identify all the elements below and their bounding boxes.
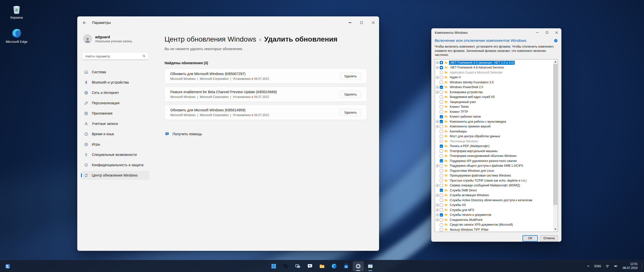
feature-item[interactable]: .NET Framework 3.5 (включает .NET 2.0 и …: [435, 60, 553, 65]
feature-item[interactable]: Песочница Windows: [435, 139, 553, 144]
expander-icon[interactable]: [436, 91, 439, 93]
expander-icon[interactable]: [436, 194, 439, 197]
expander-icon[interactable]: [436, 61, 439, 64]
sidebar-item-windows-update[interactable]: Центр обновления Windows: [81, 171, 149, 180]
taskbar-button-chat[interactable]: [304, 261, 315, 271]
expander-icon[interactable]: [436, 125, 439, 128]
sidebar-item-personalization[interactable]: Персонализация: [81, 98, 149, 108]
sidebar-item-privacy[interactable]: Конфиденциальность и защита: [81, 160, 149, 169]
get-help-link[interactable]: Получить помощь: [165, 131, 202, 137]
sidebar-item-bluetooth[interactable]: Bluetooth и устройства: [81, 78, 149, 87]
feature-checkbox[interactable]: [440, 164, 443, 167]
expander-icon[interactable]: [436, 66, 439, 69]
taskbar-button-start[interactable]: [268, 261, 279, 271]
taskbar-button-store[interactable]: [341, 261, 352, 271]
feature-item[interactable]: Защищенный узел: [435, 99, 553, 105]
feature-checkbox[interactable]: [440, 135, 443, 138]
feature-item[interactable]: Простые службы TCPIP (такие как echo, da…: [435, 178, 553, 183]
feature-checkbox[interactable]: [440, 159, 443, 162]
feature-checkbox[interactable]: [440, 208, 443, 212]
feature-item[interactable]: Службы Active Directory облегченного дос…: [435, 198, 553, 203]
language-indicator[interactable]: ENG: [593, 261, 603, 271]
feature-checkbox[interactable]: [440, 110, 443, 113]
feature-item[interactable]: Печать в PDF (Майкрософт): [435, 144, 553, 149]
sidebar-item-accounts[interactable]: Учетные записи: [81, 119, 149, 128]
expander-icon[interactable]: [436, 214, 439, 216]
feature-checkbox[interactable]: [440, 223, 443, 226]
sidebar-item-time-language[interactable]: Время и язык: [81, 129, 149, 139]
network-button[interactable]: [603, 261, 611, 271]
sidebar-item-network[interactable]: Сеть и Интернет: [81, 88, 149, 97]
feature-item[interactable]: Фильтр Windows TIFF IFilter: [435, 227, 553, 231]
feature-item[interactable]: Внедряемое веб-ядро служб IIS: [435, 94, 553, 99]
feature-checkbox[interactable]: [440, 198, 443, 202]
help-icon[interactable]: [554, 39, 558, 43]
feature-checkbox[interactable]: [440, 228, 443, 231]
cancel-button[interactable]: Отмена: [540, 235, 558, 242]
expander-icon[interactable]: [436, 209, 439, 211]
feature-item[interactable]: Соединитель MultiPoint: [435, 217, 553, 222]
feature-checkbox[interactable]: [440, 154, 443, 158]
feature-checkbox[interactable]: [440, 90, 443, 94]
feature-checkbox[interactable]: [440, 61, 443, 64]
feature-item[interactable]: Служба активации Windows: [435, 193, 553, 198]
feature-item[interactable]: Клиент TFTP: [435, 109, 553, 114]
feature-item[interactable]: Служба SMB Direct: [435, 188, 553, 193]
feature-item[interactable]: Компоненты для работы с мультимедиа: [435, 119, 553, 124]
scroll-down-button[interactable]: [553, 227, 557, 231]
feature-checkbox[interactable]: [440, 213, 443, 217]
expander-icon[interactable]: [436, 120, 439, 123]
feature-item[interactable]: Windows PowerShell 2.0: [435, 85, 553, 90]
feature-item[interactable]: Подсистема Windows для Linux: [435, 168, 553, 173]
feature-checkbox[interactable]: [440, 184, 443, 187]
feature-checkbox[interactable]: [440, 149, 443, 153]
search-input[interactable]: [82, 52, 148, 60]
scroll-thumb[interactable]: [553, 64, 557, 205]
uninstall-button[interactable]: Удалить: [340, 91, 361, 98]
feature-item[interactable]: Windows Identity Foundation 3.5: [435, 80, 553, 85]
feature-item[interactable]: Платформа виртуальной машины: [435, 149, 553, 154]
feature-checkbox[interactable]: [440, 71, 443, 74]
widgets-button[interactable]: [3, 261, 13, 271]
feature-checkbox[interactable]: [440, 76, 443, 79]
uninstall-button[interactable]: Удалить: [340, 109, 361, 116]
expander-icon[interactable]: [436, 86, 439, 89]
expander-icon[interactable]: [436, 204, 439, 207]
feature-item[interactable]: Сервер очереди сообщений Майкрософт (MSM…: [435, 183, 553, 188]
user-profile[interactable]: adguard Локальная учетная запись: [83, 34, 147, 43]
back-button[interactable]: [79, 18, 90, 27]
taskbar-button-settings[interactable]: [353, 261, 364, 271]
feature-checkbox[interactable]: [440, 179, 443, 182]
feature-item[interactable]: Платформа низкоуровневой оболочки Window…: [435, 153, 553, 158]
taskbar-button-task-view[interactable]: [292, 261, 303, 271]
feature-checkbox[interactable]: [440, 189, 443, 192]
feature-item[interactable]: Мост для центра обработки данных: [435, 134, 553, 139]
feature-item[interactable]: .NET Framework 4.8 Advanced Services: [435, 65, 553, 70]
feature-item[interactable]: Блокировка устройства: [435, 90, 553, 95]
feature-checkbox[interactable]: [440, 140, 443, 143]
feature-item[interactable]: Компоненты прежних версий: [435, 124, 553, 129]
breadcrumb-root[interactable]: Центр обновления Windows: [165, 35, 256, 43]
expander-icon[interactable]: [436, 164, 439, 167]
feature-item[interactable]: Клиент Telnet: [435, 104, 553, 109]
scroll-up-button[interactable]: [553, 60, 557, 64]
close-button[interactable]: [367, 17, 379, 29]
sidebar-item-system[interactable]: Система: [81, 67, 149, 77]
feature-item[interactable]: Проецируемая файловая система Windows: [435, 173, 553, 178]
feature-item[interactable]: Службы печати и документов: [435, 212, 553, 217]
feature-checkbox[interactable]: [440, 130, 443, 133]
sidebar-item-accessibility[interactable]: Специальные возможности: [81, 150, 149, 159]
tray-chevron-button[interactable]: [584, 261, 592, 271]
minimize-button[interactable]: [344, 17, 356, 29]
taskbar-button-edge[interactable]: [329, 261, 340, 271]
feature-checkbox[interactable]: [440, 145, 443, 148]
feature-item[interactable]: Контейнеры: [435, 129, 553, 134]
feature-checkbox[interactable]: [440, 95, 443, 99]
taskbar-button-search[interactable]: [280, 261, 291, 271]
dialog-minimize-button[interactable]: [533, 28, 542, 37]
dialog-maximize-button[interactable]: [542, 28, 552, 37]
feature-item[interactable]: Application Guard в Microsoft Defender: [435, 70, 553, 75]
tree-scrollbar[interactable]: [553, 60, 557, 231]
feature-item[interactable]: Поддержка общего доступа к файлам SMB 1.…: [435, 163, 553, 168]
expander-icon[interactable]: [436, 76, 439, 79]
